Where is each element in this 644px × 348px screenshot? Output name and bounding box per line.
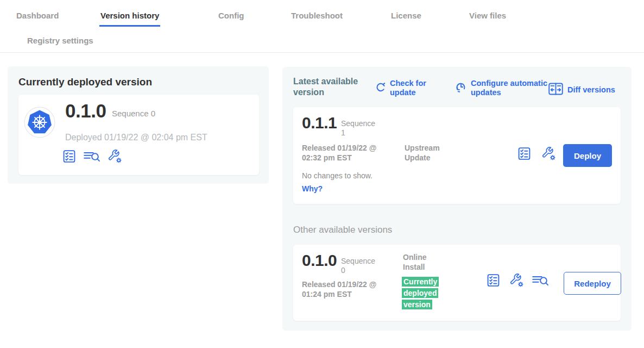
tab-version-history[interactable]: Version history bbox=[99, 9, 160, 27]
schedule-icon bbox=[455, 81, 467, 95]
app-window: Dashboard Version history Config Trouble… bbox=[0, 0, 644, 348]
deploy-logs-icon[interactable] bbox=[83, 149, 101, 164]
latest-released-timestamp: Released 01/19/22 @ 02:32 pm EST bbox=[302, 143, 397, 163]
preflight-checklist-icon[interactable] bbox=[517, 146, 532, 161]
configure-automatic-updates-label: Configure automatic updates bbox=[471, 79, 558, 97]
deployed-timestamp: Deployed 01/19/22 @ 02:04 pm EST bbox=[65, 133, 207, 142]
tab-view-files[interactable]: View files bbox=[468, 9, 507, 27]
deployed-actions-row bbox=[62, 149, 122, 164]
check-for-update-link[interactable]: Check for update bbox=[375, 79, 434, 97]
currently-deployed-title: Currently deployed version bbox=[18, 76, 152, 88]
tab-dashboard[interactable]: Dashboard bbox=[15, 9, 60, 27]
other-version-number: 0.1.0 bbox=[302, 251, 337, 270]
redeploy-button[interactable]: Redeploy bbox=[564, 272, 621, 295]
latest-available-panel: Latest available version Check for updat… bbox=[282, 67, 632, 331]
tab-troubleshoot[interactable]: Troubleshoot bbox=[290, 9, 344, 27]
preflight-checklist-icon[interactable] bbox=[486, 273, 501, 288]
diff-versions-link[interactable]: Diff versions bbox=[548, 82, 615, 98]
tab-registry-settings[interactable]: Registry settings bbox=[26, 34, 94, 52]
other-source-label: Online Install bbox=[403, 252, 435, 272]
latest-available-title: Latest available version bbox=[293, 76, 367, 98]
why-link[interactable]: Why? bbox=[302, 184, 323, 193]
other-released-timestamp: Released 01/19/22 @ 01:24 pm EST bbox=[302, 279, 397, 299]
latest-sequence-label: Sequence 1 bbox=[341, 119, 379, 138]
latest-actions-row bbox=[517, 146, 556, 161]
latest-version-number: 0.1.1 bbox=[302, 114, 337, 132]
deployed-sequence-label: Sequence 0 bbox=[112, 109, 155, 119]
diff-icon bbox=[548, 82, 564, 98]
latest-version-card: 0.1.1 Sequence 1 Released 01/19/22 @ 02:… bbox=[293, 107, 621, 204]
deployed-version-card: 0.1.0 Sequence 0 Deployed 01/19/22 @ 02:… bbox=[18, 95, 259, 175]
config-wrench-icon[interactable] bbox=[509, 273, 524, 288]
config-wrench-icon[interactable] bbox=[108, 149, 122, 164]
kubernetes-logo-icon bbox=[24, 107, 55, 138]
other-available-versions-title: Other available versions bbox=[293, 225, 392, 235]
top-nav: Dashboard Version history Config Trouble… bbox=[0, 0, 644, 53]
tab-license[interactable]: License bbox=[390, 9, 422, 27]
tab-config[interactable]: Config bbox=[217, 9, 245, 27]
deploy-logs-icon[interactable] bbox=[532, 273, 550, 288]
config-wrench-icon[interactable] bbox=[541, 146, 556, 161]
currently-deployed-panel: Currently deployed version 0.1.0 bbox=[8, 66, 269, 184]
check-for-update-label: Check for update bbox=[390, 79, 434, 97]
refresh-icon bbox=[375, 82, 386, 95]
deployed-version-number: 0.1.0 bbox=[65, 100, 106, 122]
configure-automatic-updates-link[interactable]: Configure automatic updates bbox=[455, 79, 558, 97]
other-sequence-label: Sequence 0 bbox=[341, 257, 379, 275]
deploy-button[interactable]: Deploy bbox=[563, 144, 612, 167]
currently-deployed-badge: Currently deployed version bbox=[402, 276, 443, 310]
diff-versions-label: Diff versions bbox=[567, 85, 615, 95]
no-changes-text: No changes to show. bbox=[302, 171, 372, 180]
latest-source-label: Upstream Update bbox=[405, 143, 451, 163]
preflight-checklist-icon[interactable] bbox=[62, 149, 77, 164]
other-actions-row bbox=[486, 273, 550, 288]
other-version-card: 0.1.0 Sequence 0 Released 01/19/22 @ 01:… bbox=[293, 245, 621, 321]
